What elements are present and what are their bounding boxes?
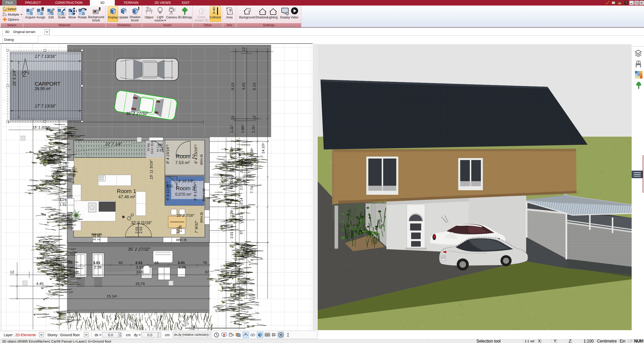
svg-text:6' 9 11/16"⁵: 6' 9 11/16"⁵ — [193, 181, 197, 201]
svg-text:Room 2: Room 2 — [176, 153, 195, 160]
svg-text:26.95 m²: 26.95 m² — [35, 87, 51, 91]
svg-text:BRH 35: BRH 35 — [200, 154, 203, 165]
svg-text:CARPORT: CARPORT — [35, 81, 60, 87]
svg-text:7.53 m²: 7.53 m² — [175, 160, 190, 165]
svg-text:70: 70 — [203, 260, 207, 265]
svg-text:2.01: 2.01 — [139, 226, 143, 233]
svg-text:15.6 / 31.8: 15.6 / 31.8 — [151, 141, 154, 154]
svg-text:2.01: 2.01 — [230, 232, 234, 238]
svg-text:3.01: 3.01 — [177, 260, 185, 265]
svg-text:8' 4 15/16"⁵: 8' 4 15/16"⁵ — [165, 144, 170, 164]
svg-text:7.74: 7.74 — [249, 186, 254, 193]
svg-text:37: 37 — [239, 231, 243, 235]
svg-text:12: 12 — [252, 116, 256, 120]
svg-text:35' 2 27/32": 35' 2 27/32" — [128, 247, 151, 252]
svg-text:1.60⁵: 1.60⁵ — [241, 125, 245, 133]
svg-text:18 Stg.: 18 Stg. — [147, 143, 150, 151]
svg-text:35' 2 27/32": 35' 2 27/32" — [126, 111, 149, 116]
svg-text:2.01: 2.01 — [136, 265, 143, 269]
svg-text:62: 62 — [119, 260, 123, 265]
svg-text:14.10⁵: 14.10⁵ — [261, 143, 265, 154]
svg-text:2.01: 2.01 — [157, 148, 164, 152]
svg-text:2.14: 2.14 — [239, 198, 243, 204]
svg-text:2.26: 2.26 — [178, 265, 186, 269]
svg-text:12: 12 — [241, 47, 246, 52]
svg-text:8' 4 15/16"⁵: 8' 4 15/16"⁵ — [194, 144, 198, 164]
svg-text:2.07⁵: 2.07⁵ — [239, 182, 243, 190]
svg-text:10.0: 10.0 — [136, 270, 143, 274]
svg-text:2.01: 2.01 — [135, 260, 142, 265]
svg-text:BRH 35: BRH 35 — [176, 238, 187, 242]
svg-text:4.40: 4.40 — [36, 281, 43, 286]
svg-text:?: ? — [229, 9, 231, 13]
svg-text:15.14⁵: 15.14⁵ — [106, 294, 118, 298]
svg-text:5.01: 5.01 — [241, 82, 246, 90]
svg-text:2.56⁵: 2.56⁵ — [250, 148, 254, 156]
svg-text:9' 10 1/8": 9' 10 1/8" — [178, 179, 194, 183]
svg-text:1.11⁵: 1.11⁵ — [251, 125, 255, 133]
svg-text:N: N — [280, 333, 282, 337]
svg-text:BRH 35: BRH 35 — [91, 233, 102, 236]
svg-text:12: 12 — [230, 116, 235, 120]
svg-text:3.01: 3.01 — [93, 260, 100, 265]
svg-text:7' 9/32": 7' 9/32" — [194, 220, 198, 233]
svg-text:10.74: 10.74 — [135, 281, 145, 286]
svg-text:11: 11 — [239, 216, 243, 219]
svg-text:15' 11 5/16": 15' 11 5/16" — [149, 160, 153, 179]
svg-text:12: 12 — [10, 270, 14, 274]
svg-text:17' 7 13/16": 17' 7 13/16" — [35, 104, 56, 108]
svg-text:17' 7 13/16": 17' 7 13/16" — [35, 54, 56, 59]
svg-text:2.01: 2.01 — [166, 184, 173, 188]
svg-text:Room 1: Room 1 — [117, 188, 136, 194]
svg-text:0.070 m²: 0.070 m² — [175, 192, 191, 197]
svg-text:32' 9 11/16": 32' 9 11/16" — [131, 221, 152, 225]
svg-text:5.13: 5.13 — [230, 83, 235, 90]
svg-text:10' 2 7/16": 10' 2 7/16" — [176, 213, 194, 217]
svg-text:?: ? — [625, 1, 627, 4]
svg-text:2.01: 2.01 — [135, 226, 139, 233]
svg-text:1.11⁵: 1.11⁵ — [230, 125, 234, 133]
svg-text:3.01: 3.01 — [176, 226, 180, 233]
svg-text:47.46 m²: 47.46 m² — [118, 195, 135, 199]
svg-text:16' 5 1/4": 16' 5 1/4" — [12, 69, 16, 86]
svg-text:1.51: 1.51 — [59, 202, 67, 207]
svg-text:5.13: 5.13 — [252, 83, 256, 90]
svg-text:22' 7 1/4": 22' 7 1/4" — [105, 142, 122, 146]
svg-text:88⁵: 88⁵ — [158, 143, 163, 147]
svg-text:BRH 35: BRH 35 — [200, 212, 203, 223]
svg-text:BRH 1.50: BRH 1.50 — [202, 188, 206, 201]
svg-text:Room 3: Room 3 — [176, 185, 195, 192]
svg-text:65: 65 — [155, 260, 159, 265]
svg-text:37: 37 — [205, 270, 209, 274]
svg-text:2.26: 2.26 — [94, 265, 101, 269]
